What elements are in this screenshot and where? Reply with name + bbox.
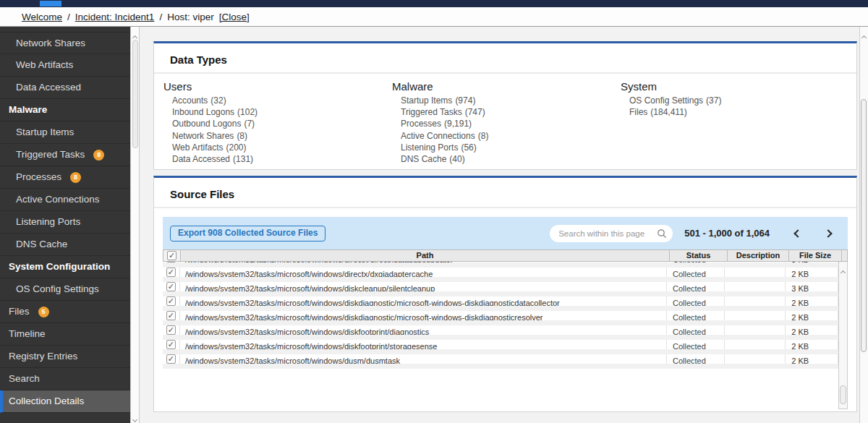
data-type-count: (8) bbox=[237, 131, 247, 141]
sidebar-item-registry-entries[interactable]: Registry Entries bbox=[0, 346, 130, 368]
data-type-column-users: UsersAccounts(32)Inbound Logons(102)Outb… bbox=[154, 80, 383, 165]
export-source-files-button[interactable]: Export 908 Collected Source Files bbox=[170, 226, 326, 242]
cell-path: /windows/system32/tasks/microsoft/window… bbox=[180, 311, 667, 320]
cell-file-size: 2 KB bbox=[786, 325, 838, 335]
data-type-link-dns-cache[interactable]: DNS Cache(40) bbox=[392, 153, 611, 165]
table-row[interactable]: ✓/windows/system32/tasks/microsoft/windo… bbox=[163, 268, 838, 282]
table-row[interactable]: ✓/windows/system32/tasks/microsoft/windo… bbox=[163, 282, 838, 296]
next-page-button[interactable] bbox=[822, 226, 838, 242]
table-row[interactable]: ✓/windows/system32/tasks/microsoft/windo… bbox=[163, 262, 838, 268]
scroll-up-icon[interactable] bbox=[131, 30, 139, 38]
table-row[interactable]: ✓/windows/system32/tasks/microsoft/windo… bbox=[163, 296, 838, 311]
data-type-column-system: SystemOS Config Settings(37)Files(184,41… bbox=[611, 80, 840, 165]
row-checkbox[interactable]: ✓ bbox=[166, 354, 176, 364]
data-type-link-web-artifacts[interactable]: Web Artifacts(200) bbox=[163, 142, 383, 153]
data-type-label: Inbound Logons bbox=[172, 107, 234, 117]
sidebar-item-network-shares[interactable]: Network Shares bbox=[0, 32, 130, 54]
close-host-link[interactable]: [Close] bbox=[219, 12, 250, 22]
select-all-checkbox[interactable]: ✓ bbox=[167, 251, 176, 260]
sidebar-scrollbar[interactable] bbox=[130, 27, 140, 423]
sidebar-item-dns-cache[interactable]: DNS Cache bbox=[0, 234, 130, 256]
table-scroll-up-icon[interactable] bbox=[839, 265, 847, 273]
column-header-description[interactable]: Description bbox=[728, 250, 789, 261]
sidebar-item-collection-details[interactable]: Collection Details bbox=[0, 390, 130, 413]
data-type-label: DNS Cache bbox=[401, 154, 446, 164]
page-scrollbar[interactable] bbox=[859, 27, 868, 423]
sidebar-item-system-configuration: System Configuration bbox=[0, 256, 130, 278]
page-scroll-up-icon[interactable] bbox=[860, 30, 868, 38]
column-header-file-size[interactable]: File Size bbox=[789, 250, 842, 261]
cell-status: Collected bbox=[667, 325, 725, 335]
row-checkbox[interactable]: ✓ bbox=[166, 282, 176, 291]
table-scrollbar-thumb[interactable] bbox=[840, 385, 846, 404]
data-type-link-triggered-tasks[interactable]: Triggered Tasks(747) bbox=[392, 106, 611, 118]
page-scrollbar-thumb[interactable] bbox=[861, 99, 867, 352]
data-type-link-data-accessed[interactable]: Data Accessed(131) bbox=[163, 153, 383, 165]
page-search-input[interactable] bbox=[558, 229, 657, 238]
cell-description bbox=[725, 296, 786, 306]
data-type-count: (974) bbox=[455, 95, 475, 106]
table-row[interactable]: ✓/windows/system32/tasks/microsoft/windo… bbox=[163, 311, 838, 325]
data-type-link-inbound-logons[interactable]: Inbound Logons(102) bbox=[163, 106, 383, 118]
data-type-count: (32) bbox=[210, 95, 226, 106]
sidebar-item-label: OS Config Settings bbox=[16, 278, 99, 300]
column-header-status[interactable]: Status bbox=[670, 250, 728, 261]
data-type-label: Files bbox=[629, 107, 647, 117]
previous-page-button[interactable] bbox=[788, 226, 804, 242]
cell-description bbox=[725, 311, 786, 320]
data-type-link-startup-items[interactable]: Startup Items(974) bbox=[392, 95, 611, 106]
sidebar-item-processes[interactable]: Processes8 bbox=[0, 166, 130, 189]
cell-status: Collected bbox=[667, 268, 725, 277]
sidebar-item-files[interactable]: Files5 bbox=[0, 301, 130, 323]
scroll-down-icon[interactable] bbox=[131, 411, 139, 420]
sidebar-item-data-accessed[interactable]: Data Accessed bbox=[0, 77, 130, 99]
table-row[interactable]: ✓/windows/system32/tasks/microsoft/windo… bbox=[163, 354, 838, 369]
sidebar-item-active-connections[interactable]: Active Connections bbox=[0, 189, 130, 211]
source-files-table: ✓ Path Status Description File Size ✓/wi… bbox=[163, 249, 848, 409]
cell-file-size: 2 KB bbox=[786, 296, 838, 306]
cell-file-size: 2 KB bbox=[786, 311, 838, 320]
sidebar-item-triggered-tasks[interactable]: Triggered Tasks8 bbox=[0, 144, 130, 166]
breadcrumb-item-incident-incident1[interactable]: Incident: Incident1 bbox=[75, 12, 155, 22]
sidebar-item-web-artifacts[interactable]: Web Artifacts bbox=[0, 54, 130, 77]
sidebar-item-os-config-settings[interactable]: OS Config Settings bbox=[0, 278, 130, 301]
breadcrumb-separator: / bbox=[67, 12, 70, 22]
sidebar-item-startup-items[interactable]: Startup Items bbox=[0, 121, 130, 144]
row-checkbox[interactable]: ✓ bbox=[166, 325, 176, 335]
page-search-box[interactable] bbox=[550, 225, 673, 242]
data-type-link-active-connections[interactable]: Active Connections(8) bbox=[392, 130, 611, 142]
data-type-link-network-shares[interactable]: Network Shares(8) bbox=[163, 130, 383, 142]
sidebar-item-label: Timeline bbox=[9, 323, 46, 345]
cell-file-size: 2 KB bbox=[786, 268, 838, 277]
row-checkbox[interactable]: ✓ bbox=[166, 340, 176, 349]
data-type-link-os-config-settings[interactable]: OS Config Settings(37) bbox=[621, 95, 840, 106]
data-type-label: Network Shares bbox=[172, 131, 234, 141]
data-type-label: Outbound Logons bbox=[172, 119, 241, 129]
row-checkbox[interactable]: ✓ bbox=[166, 311, 176, 320]
data-type-link-processes[interactable]: Processes(9,191) bbox=[392, 118, 611, 129]
sidebar-scrollbar-thumb[interactable] bbox=[132, 40, 138, 148]
sidebar-item-timeline[interactable]: Timeline bbox=[0, 323, 130, 346]
table-row[interactable]: ✓/windows/system32/tasks/microsoft/windo… bbox=[163, 340, 838, 354]
table-row[interactable]: ✓/windows/system32/tasks/microsoft/windo… bbox=[163, 325, 838, 340]
data-type-count: (184,411) bbox=[650, 107, 686, 117]
sidebar-item-search[interactable]: Search bbox=[0, 368, 130, 390]
cell-file-size: 2 KB bbox=[786, 340, 838, 349]
breadcrumb-item-welcome[interactable]: Welcome bbox=[22, 12, 62, 22]
cell-path: /windows/system32/tasks/microsoft/window… bbox=[180, 340, 667, 349]
row-checkbox[interactable]: ✓ bbox=[166, 296, 176, 306]
data-type-label: Triggered Tasks bbox=[401, 107, 462, 117]
data-type-link-listening-ports[interactable]: Listening Ports(56) bbox=[392, 142, 611, 153]
row-checkbox[interactable]: ✓ bbox=[166, 262, 176, 262]
row-checkbox[interactable]: ✓ bbox=[166, 268, 176, 277]
sidebar-item-listening-ports[interactable]: Listening Ports bbox=[0, 211, 130, 234]
row-checkbox-cell: ✓ bbox=[163, 311, 180, 320]
table-scrollbar[interactable] bbox=[838, 262, 848, 409]
chevron-left-icon bbox=[793, 229, 801, 237]
data-type-link-outbound-logons[interactable]: Outbound Logons(7) bbox=[163, 118, 383, 129]
column-header-path[interactable]: Path bbox=[181, 250, 670, 261]
cell-status: Collected bbox=[667, 262, 725, 262]
data-type-column-title: System bbox=[621, 80, 840, 93]
data-type-link-files[interactable]: Files(184,411) bbox=[621, 106, 840, 118]
data-type-link-accounts[interactable]: Accounts(32) bbox=[163, 95, 383, 106]
